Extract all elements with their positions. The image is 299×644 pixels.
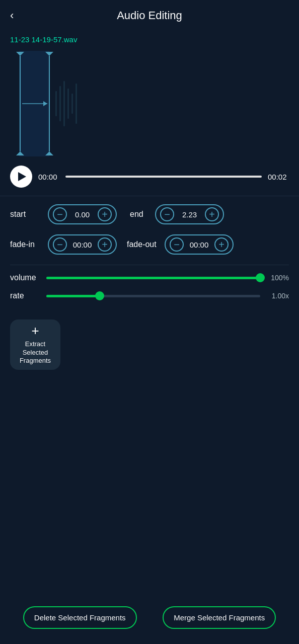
playback-time-end: 00:02: [268, 173, 289, 181]
volume-label: volume: [10, 273, 40, 282]
progress-track[interactable]: [65, 176, 262, 178]
start-decrement-button[interactable]: −: [53, 207, 67, 221]
waveform-display[interactable]: [10, 51, 289, 156]
divider-1: [0, 196, 299, 196]
rate-thumb[interactable]: [95, 291, 104, 300]
svg-rect-9: [55, 91, 57, 116]
delete-selected-fragments-button[interactable]: Delete Selected Fragments: [23, 606, 137, 629]
playback-time-start: 00:00: [38, 173, 59, 181]
start-increment-button[interactable]: +: [98, 207, 112, 221]
end-label: end: [130, 210, 150, 219]
svg-rect-11: [63, 81, 65, 126]
extract-selected-fragments-button[interactable]: + ExtractSelectedFragments: [10, 319, 60, 370]
fadeout-increment-button[interactable]: +: [214, 237, 229, 252]
fadein-increment-button[interactable]: +: [98, 237, 112, 252]
rate-track[interactable]: [46, 295, 260, 297]
extract-plus-icon: +: [31, 324, 39, 337]
end-stepper: − 2.23 +: [155, 204, 224, 224]
start-label: start: [10, 210, 43, 219]
end-value: 2.23: [178, 210, 201, 219]
rate-value: 1.00x: [266, 292, 289, 300]
volume-track[interactable]: [46, 277, 260, 279]
fadeout-label: fade-out: [127, 240, 160, 249]
start-stepper: − 0.00 +: [48, 204, 117, 224]
page-title: Audio Editing: [117, 9, 182, 22]
play-icon: [18, 172, 26, 181]
fadeout-decrement-button[interactable]: −: [170, 237, 184, 252]
end-decrement-button[interactable]: −: [160, 207, 174, 221]
fadeout-stepper: − 00:00 +: [165, 234, 234, 255]
end-increment-button[interactable]: +: [205, 207, 219, 221]
rate-row: rate 1.00x: [10, 291, 289, 300]
volume-fill: [46, 277, 260, 279]
fadeout-value: 00:00: [188, 240, 210, 249]
fade-row: fade-in − 00:00 + fade-out − 00:00 +: [10, 234, 289, 255]
fadein-stepper: − 00:00 +: [48, 234, 117, 255]
back-button[interactable]: ‹: [10, 9, 14, 22]
fadein-decrement-button[interactable]: −: [53, 237, 67, 252]
fadein-label: fade-in: [10, 240, 43, 249]
divider-2: [10, 265, 289, 265]
svg-rect-14: [76, 84, 77, 124]
volume-thumb[interactable]: [256, 273, 265, 282]
start-value: 0.00: [71, 210, 94, 219]
playback-controls: 00:00 00:02: [0, 160, 299, 193]
play-button[interactable]: [10, 166, 32, 188]
start-end-row: start − 0.00 + end − 2.23 +: [10, 204, 289, 224]
rate-fill: [46, 295, 100, 297]
merge-selected-fragments-button[interactable]: Merge Selected Fragments: [163, 606, 276, 629]
fadein-value: 00:00: [71, 240, 94, 249]
rate-label: rate: [10, 291, 40, 300]
svg-rect-12: [67, 89, 69, 119]
svg-rect-13: [71, 94, 73, 114]
svg-rect-10: [59, 86, 61, 121]
bottom-actions: Delete Selected Fragments Merge Selected…: [0, 606, 299, 629]
header: ‹ Audio Editing: [0, 0, 299, 31]
filename: 11-23 14-19-57.wav: [0, 31, 299, 47]
volume-value: 100%: [266, 274, 289, 282]
trim-controls: start − 0.00 + end − 2.23 + fade-in − 00…: [0, 199, 299, 314]
extract-label: ExtractSelectedFragments: [20, 340, 51, 366]
volume-row: volume 100%: [10, 273, 289, 282]
